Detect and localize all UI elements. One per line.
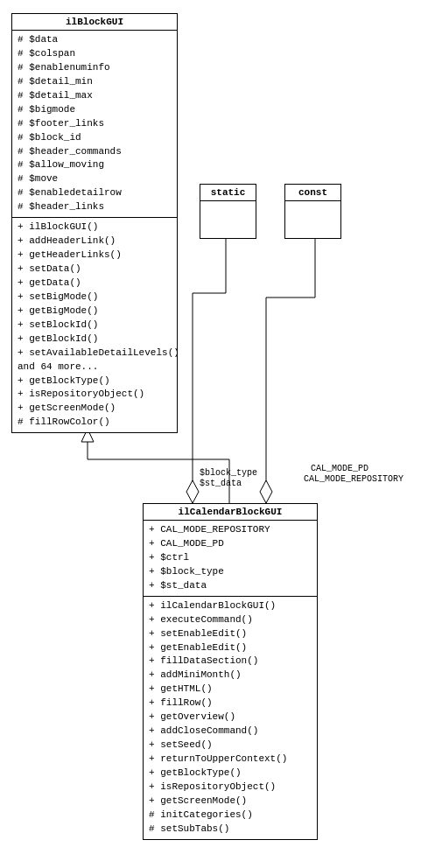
block-type-label: $block_type: [200, 468, 257, 478]
const-title: const: [285, 185, 340, 201]
il-calendar-block-gui-box: ilCalendarBlockGUI + CAL_MODE_REPOSITORY…: [143, 503, 318, 840]
st-data-label: $st_data: [200, 479, 242, 488]
static-title: static: [200, 185, 256, 201]
il-block-gui-methods: + ilBlockGUI() + addHeaderLink() + getHe…: [12, 218, 177, 432]
diagram-container: ilBlockGUI # $data # $colspan # $enablen…: [0, 0, 442, 868]
il-calendar-block-gui-attributes: + CAL_MODE_REPOSITORY + CAL_MODE_PD + $c…: [144, 521, 317, 597]
svg-marker-11: [260, 480, 272, 503]
cal-mode-repository-label: CAL_MODE_REPOSITORY: [304, 474, 403, 484]
il-block-gui-title: ilBlockGUI: [12, 14, 177, 31]
svg-marker-7: [186, 480, 199, 503]
const-section: [285, 201, 340, 233]
const-box: const: [284, 184, 341, 239]
static-section: [200, 201, 256, 233]
cal-mode-pd-label: CAL_MODE_PD: [311, 464, 368, 473]
static-box: static: [200, 184, 256, 239]
il-calendar-block-gui-methods: + ilCalendarBlockGUI() + executeCommand(…: [144, 597, 317, 839]
il-calendar-block-gui-title: ilCalendarBlockGUI: [144, 504, 317, 521]
il-block-gui-box: ilBlockGUI # $data # $colspan # $enablen…: [11, 13, 178, 433]
il-block-gui-attributes: # $data # $colspan # $enablenuminfo # $d…: [12, 31, 177, 218]
